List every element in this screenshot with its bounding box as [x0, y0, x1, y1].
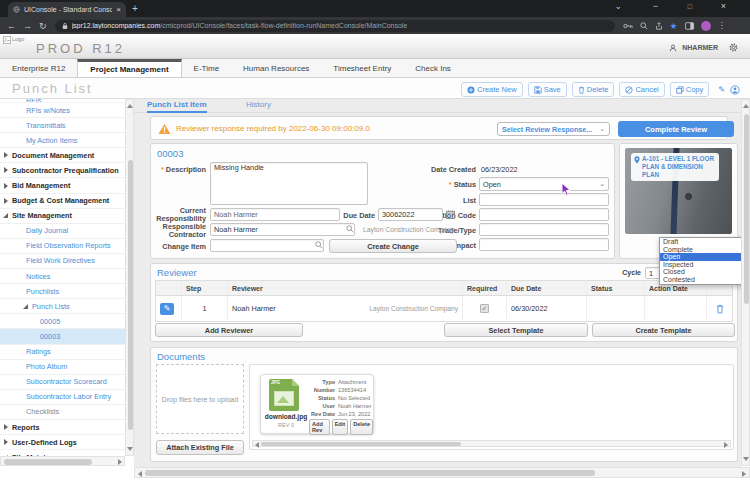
cost-impact-input[interactable]: [479, 238, 609, 251]
create-change-button[interactable]: Create Change: [329, 239, 457, 253]
sidebar-item-budget-cost-management[interactable]: Budget & Cost Management: [0, 194, 126, 209]
due-date-input[interactable]: 30062022: [378, 208, 443, 221]
sidebar-item-checklists[interactable]: Checklists: [0, 405, 126, 420]
sidebar-item-subcontractor-labor-entry[interactable]: Subcontractor Labor Entry: [0, 390, 126, 405]
window-menu-icon[interactable]: ⌄: [614, 1, 622, 11]
sidebar-item-photo-album[interactable]: Photo Album: [0, 360, 126, 375]
nav-tab-enterprise[interactable]: Enterprise R12: [0, 59, 77, 77]
select-template-button[interactable]: Select Template: [444, 323, 588, 337]
browser-tab[interactable]: UIConsole - Standard Console ×: [8, 2, 126, 17]
status-option-contested[interactable]: Contested: [660, 276, 741, 284]
cancel-button[interactable]: Cancel: [619, 82, 664, 97]
sidebar-vscrollbar[interactable]: [125, 99, 134, 456]
sidebar-item-punch-lists[interactable]: Punch Lists: [0, 299, 126, 314]
nav-tab-etime[interactable]: E-Time: [182, 59, 231, 77]
responsible-contractor-input[interactable]: Noah Harmer: [210, 223, 355, 236]
tab-close-icon[interactable]: ×: [116, 5, 121, 14]
nav-tab-check-ins[interactable]: Check Ins: [403, 59, 463, 77]
scroll-thumb[interactable]: [128, 160, 133, 430]
back-icon[interactable]: ←: [7, 21, 16, 31]
status-option-draft[interactable]: Draft: [660, 238, 741, 246]
status-option-inspected[interactable]: Inspected: [660, 261, 741, 269]
delete-file-button[interactable]: Delete: [350, 419, 373, 435]
window-maximize-icon[interactable]: □: [688, 3, 692, 10]
sidebar-item-00005[interactable]: 00005: [0, 314, 126, 329]
scroll-up-icon[interactable]: [127, 104, 133, 108]
strip-hscrollbar[interactable]: [252, 440, 731, 447]
main-hscrollbar[interactable]: [134, 467, 750, 478]
share-icon[interactable]: [655, 22, 663, 30]
status-dropdown-list[interactable]: Draft Complete Open Inspected Closed Con…: [659, 237, 741, 285]
drawing-reference-tag[interactable]: A-101 - LEVEL 1 FLOOR PLAN & DIMENSION P…: [631, 153, 719, 181]
nav-tab-timesheet-entry[interactable]: Timesheet Entry: [321, 59, 403, 77]
url-field[interactable]: jspr12.laytoncompanies.com/cmicprod/UICo…: [55, 20, 615, 32]
sidebar-item-site-management[interactable]: Site Management: [0, 209, 126, 224]
status-option-complete[interactable]: Complete: [660, 246, 741, 254]
delete-button[interactable]: Delete: [572, 82, 615, 97]
scroll-right-icon[interactable]: [724, 442, 728, 448]
sidepanel-icon[interactable]: [685, 22, 694, 30]
user-menu[interactable]: NHARMER: [669, 43, 738, 52]
scroll-thumb[interactable]: [145, 470, 595, 476]
sidebar-item-rfis-wnotes[interactable]: RFIs w/Notes: [0, 103, 126, 118]
scroll-left-icon[interactable]: [255, 442, 259, 448]
main-vscrollbar[interactable]: [741, 99, 750, 466]
status-select[interactable]: Open ⌄: [479, 177, 609, 191]
browser-menu-icon[interactable]: ⋮: [718, 21, 726, 30]
edit-reviewer-button[interactable]: ✎: [160, 303, 174, 315]
new-tab-button[interactable]: +: [132, 3, 138, 14]
trade-type-input[interactable]: [479, 223, 609, 236]
location-code-input[interactable]: [479, 208, 609, 221]
assignee-icon[interactable]: [730, 85, 740, 95]
scroll-down-icon[interactable]: [743, 457, 749, 461]
forward-icon[interactable]: →: [23, 21, 32, 31]
sidebar-item-00003-selected[interactable]: 00003: [0, 329, 126, 344]
required-checkbox[interactable]: ✓: [480, 304, 489, 313]
review-response-select[interactable]: Select Review Response... ⌄: [497, 122, 610, 136]
refresh-icon[interactable]: ↻: [39, 21, 47, 31]
attachment-card[interactable]: JPG download.jpg REV 0 TypeAttachment Nu…: [260, 374, 374, 434]
tab-punch-list-item[interactable]: Punch List Item: [147, 100, 207, 113]
sidebar-item-field-work-directives[interactable]: Field Work Directives: [0, 254, 126, 269]
sidebar-item-subcontractor-prequalification[interactable]: Subcontractor Prequalification: [0, 163, 126, 178]
sidebar-item-subcontractor-scorecard[interactable]: Subcontractor Scorecard: [0, 375, 126, 390]
status-option-closed[interactable]: Closed: [660, 268, 741, 276]
scroll-up-icon[interactable]: [743, 104, 749, 108]
add-reviewer-button[interactable]: Add Reviewer: [155, 323, 303, 337]
scroll-thumb[interactable]: [261, 442, 461, 446]
edit-file-button[interactable]: Edit: [332, 419, 349, 435]
add-rev-button[interactable]: Add Rev: [309, 419, 330, 435]
nav-tab-project-management[interactable]: Project Management: [77, 59, 181, 77]
scroll-right-icon[interactable]: [742, 471, 746, 477]
bookmark-star-icon[interactable]: ★: [670, 22, 678, 30]
scroll-right-icon[interactable]: [118, 459, 122, 465]
scroll-thumb[interactable]: [4, 459, 92, 465]
scroll-down-icon[interactable]: [127, 447, 133, 451]
save-button[interactable]: Save: [528, 82, 567, 97]
punch-item-photo[interactable]: A-101 - LEVEL 1 FLOOR PLAN & DIMENSION P…: [625, 148, 732, 234]
change-item-input[interactable]: [210, 239, 324, 252]
window-close-icon[interactable]: ×: [721, 1, 726, 11]
sidebar-item-transmittals[interactable]: Transmittals: [0, 118, 126, 133]
calendar-icon[interactable]: [446, 210, 455, 219]
attach-existing-file-button[interactable]: Attach Existing File: [156, 440, 244, 455]
complete-review-button[interactable]: Complete Review: [618, 121, 734, 137]
tab-history[interactable]: History: [246, 100, 271, 109]
create-template-button[interactable]: Create Template: [592, 323, 735, 337]
description-textarea[interactable]: Missing Handle: [210, 162, 368, 205]
zoom-icon[interactable]: [640, 22, 648, 30]
sidebar-item-reports[interactable]: Reports: [0, 420, 126, 435]
sidebar-item-user-defined-logs[interactable]: User-Defined Logs: [0, 435, 126, 450]
status-option-open[interactable]: Open: [660, 253, 741, 261]
settings-gear-icon[interactable]: [729, 43, 738, 52]
scroll-left-icon[interactable]: [138, 471, 142, 477]
file-dropzone[interactable]: Drop files here to upload: [156, 364, 244, 434]
key-icon[interactable]: [623, 22, 633, 30]
sidebar-item-ratings[interactable]: Ratings: [0, 345, 126, 360]
create-new-button[interactable]: Create New: [461, 82, 523, 97]
delete-reviewer-icon[interactable]: [716, 304, 724, 314]
sidebar-item-bid-management[interactable]: Bid Management: [0, 178, 126, 193]
sidebar-item-daily-journal[interactable]: Daily Journal: [0, 224, 126, 239]
sidebar-item-field-observation-reports[interactable]: Field Observation Reports: [0, 239, 126, 254]
sidebar-item-my-action-items[interactable]: My Action Items: [0, 133, 126, 148]
